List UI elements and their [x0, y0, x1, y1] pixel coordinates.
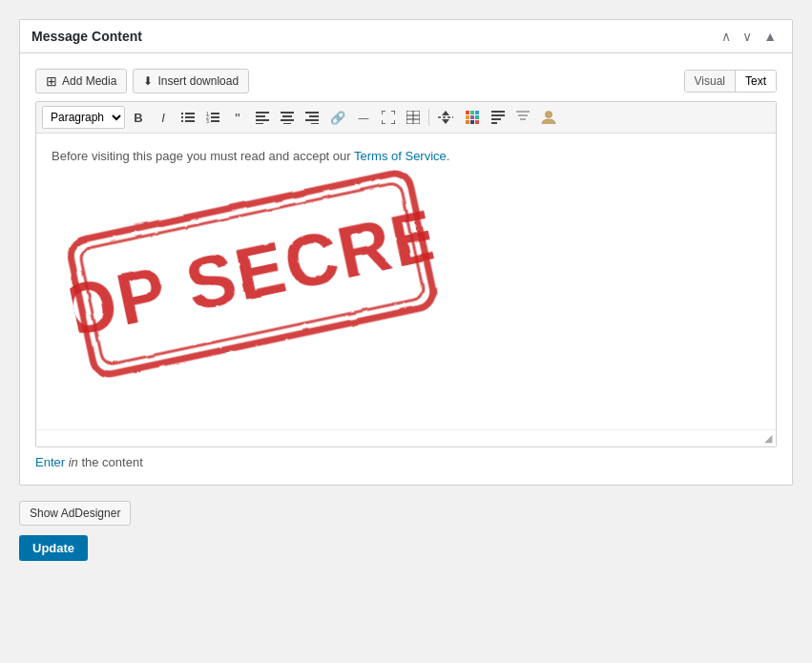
svg-rect-40	[491, 111, 505, 113]
strip-format-button[interactable]	[487, 106, 510, 129]
top-secret-stamp: TOP SECRET	[59, 161, 446, 386]
panel-down-button[interactable]: ∨	[739, 28, 756, 45]
align-center-button[interactable]	[276, 106, 299, 129]
fullscreen-button[interactable]	[377, 106, 400, 129]
paragraph-select[interactable]: Paragraph Heading 1 Heading 2 Heading 3	[42, 106, 125, 129]
insert-download-label: Insert download	[157, 74, 239, 88]
svg-rect-41	[491, 114, 505, 116]
svg-rect-18	[281, 119, 294, 121]
svg-rect-31	[466, 111, 469, 114]
panel-controls: ∧ ∨ ▲	[718, 28, 781, 45]
svg-rect-14	[256, 119, 269, 121]
svg-rect-43	[491, 122, 497, 124]
svg-rect-9	[211, 116, 219, 118]
table-button[interactable]	[402, 106, 425, 129]
svg-rect-39	[475, 120, 479, 124]
svg-rect-11	[211, 120, 219, 122]
svg-rect-12	[256, 112, 269, 114]
enter-link[interactable]: Enter	[35, 455, 65, 469]
link-button[interactable]: 🔗	[325, 106, 350, 129]
editor-wrapper: Paragraph Heading 1 Heading 2 Heading 3 …	[35, 101, 777, 447]
panel-title: Message Content	[31, 29, 142, 44]
person-button[interactable]	[536, 106, 561, 129]
formats-button[interactable]	[511, 106, 534, 129]
color-button[interactable]	[460, 106, 485, 129]
svg-rect-22	[305, 119, 319, 121]
svg-rect-0	[181, 113, 183, 114]
svg-rect-42	[491, 118, 501, 120]
svg-rect-13	[256, 115, 265, 117]
svg-marker-30	[442, 119, 449, 124]
bold-button[interactable]: B	[127, 106, 150, 129]
editor-content[interactable]: Before visiting this page you must read …	[36, 134, 776, 429]
svg-rect-34	[466, 115, 469, 119]
stamp-container: TOP SECRET	[52, 178, 452, 388]
visual-view-button[interactable]: Visual	[685, 71, 736, 92]
add-media-icon: ⊞	[46, 73, 57, 89]
panel-body: ⊞ Add Media ⬇ Insert download Visual Tex…	[20, 53, 792, 485]
svg-text:3.: 3.	[206, 118, 210, 124]
add-media-label: Add Media	[62, 74, 116, 88]
svg-rect-32	[470, 111, 474, 114]
svg-rect-19	[283, 123, 291, 124]
align-right-button[interactable]	[301, 106, 323, 129]
svg-rect-17	[282, 115, 292, 117]
svg-rect-23	[311, 123, 319, 124]
editor-top-bar: ⊞ Add Media ⬇ Insert download Visual Tex…	[35, 69, 777, 93]
add-media-button[interactable]: ⊞ Add Media	[35, 69, 127, 93]
svg-rect-44	[516, 111, 530, 113]
insert-more-button[interactable]	[433, 106, 458, 129]
panel-header: Message Content ∧ ∨ ▲	[20, 20, 792, 53]
svg-rect-33	[475, 111, 479, 114]
svg-rect-36	[475, 115, 479, 119]
svg-rect-1	[185, 113, 195, 114]
insert-download-button[interactable]: ⬇ Insert download	[133, 69, 249, 93]
panel-minimize-button[interactable]: ▲	[760, 28, 781, 45]
svg-rect-20	[305, 112, 319, 114]
text-view-button[interactable]: Text	[736, 71, 776, 92]
svg-rect-3	[185, 116, 195, 118]
svg-rect-35	[470, 115, 474, 119]
svg-marker-29	[442, 111, 449, 115]
svg-rect-37	[466, 120, 469, 124]
toolbar: Paragraph Heading 1 Heading 2 Heading 3 …	[36, 102, 776, 134]
view-switcher: Visual Text	[684, 70, 777, 93]
bottom-section: Show AdDesigner Update	[19, 501, 793, 561]
unordered-list-button[interactable]	[177, 106, 199, 129]
horizontal-rule-button[interactable]: —	[352, 106, 375, 129]
editor-hint: Enter in the content	[35, 455, 777, 469]
svg-rect-2	[181, 116, 183, 118]
svg-rect-5	[185, 120, 195, 122]
toolbar-separator	[428, 109, 429, 126]
svg-rect-15	[256, 123, 263, 124]
update-button[interactable]: Update	[19, 535, 88, 561]
editor-buttons: ⊞ Add Media ⬇ Insert download	[35, 69, 249, 93]
show-addesigner-button[interactable]: Show AdDesigner	[19, 501, 131, 526]
svg-rect-16	[281, 112, 294, 114]
message-content-panel: Message Content ∧ ∨ ▲ ⊞ Add Media ⬇ Inse…	[19, 19, 793, 486]
ordered-list-button[interactable]: 1.2.3.	[201, 106, 224, 129]
svg-rect-46	[520, 118, 526, 120]
panel-up-button[interactable]: ∧	[718, 28, 735, 45]
svg-rect-45	[518, 114, 528, 116]
editor-resize-handle[interactable]: ◢	[36, 429, 776, 446]
blockquote-button[interactable]: "	[226, 106, 249, 129]
svg-rect-38	[470, 120, 474, 124]
insert-download-icon: ⬇	[143, 74, 153, 88]
svg-rect-21	[309, 115, 319, 117]
svg-rect-4	[181, 120, 183, 122]
editor-body-text: Before visiting this page you must read …	[52, 149, 760, 163]
align-left-button[interactable]	[251, 106, 274, 129]
italic-button[interactable]: I	[152, 106, 175, 129]
svg-point-47	[546, 112, 552, 118]
svg-rect-7	[211, 113, 219, 114]
